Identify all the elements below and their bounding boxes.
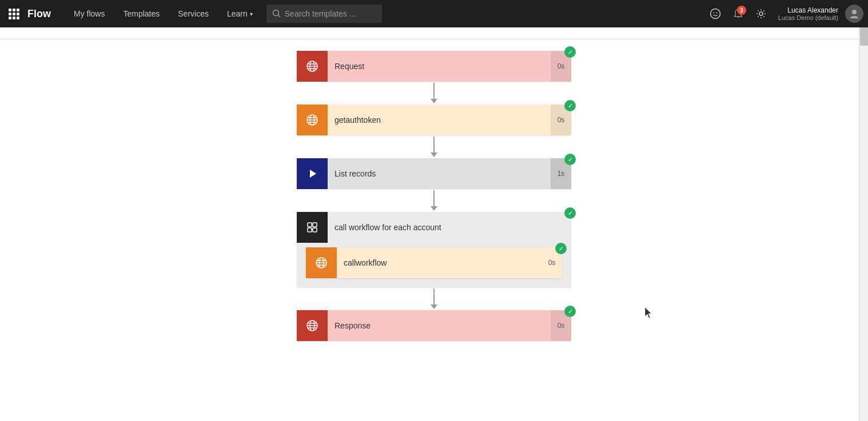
svg-rect-0	[9, 9, 11, 11]
getauth-label: getauthtoken	[328, 115, 551, 125]
arrow-1	[431, 82, 437, 105]
nav-links: My flows Templates Services Learn ▾	[65, 0, 262, 27]
svg-rect-1	[13, 9, 15, 11]
nav-services[interactable]: Services	[169, 0, 218, 27]
svg-line-10	[278, 15, 280, 18]
arrow-4	[431, 287, 437, 310]
grid-icon[interactable]	[5, 5, 23, 23]
getauth-icon	[297, 105, 328, 135]
scrollbar[interactable]	[859, 0, 868, 421]
step-response[interactable]: Response 0s ✓	[297, 310, 571, 341]
svg-point-12	[713, 13, 714, 14]
svg-rect-3	[9, 13, 11, 15]
separator	[0, 39, 868, 39]
svg-rect-5	[17, 13, 19, 15]
loop-check: ✓	[564, 207, 576, 219]
step-request[interactable]: Request 0s ✓	[297, 51, 571, 82]
callworkflow-label: callworkflow	[337, 247, 541, 278]
loop-icon	[297, 212, 328, 243]
navbar: Flow My flows Templates Services Learn ▾	[0, 0, 868, 27]
svg-rect-7	[13, 17, 15, 19]
settings-icon[interactable]	[751, 3, 771, 24]
svg-point-9	[273, 10, 278, 16]
notifications-icon[interactable]: 3	[728, 3, 748, 24]
svg-marker-26	[310, 170, 316, 178]
cursor	[645, 307, 653, 321]
listrecords-icon	[297, 158, 328, 189]
listrecords-label: List records	[328, 169, 551, 178]
app-brand[interactable]: Flow	[27, 8, 51, 20]
callworkflow-icon	[306, 247, 337, 278]
flow-diagram: Request 0s ✓ getauthtoken 0s ✓	[297, 51, 571, 341]
nav-my-flows[interactable]: My flows	[65, 0, 114, 27]
search-bar[interactable]	[266, 5, 382, 23]
emoji-icon[interactable]	[705, 3, 726, 24]
notification-badge: 3	[737, 6, 746, 15]
response-icon	[297, 310, 328, 341]
arrow-3	[431, 189, 437, 212]
loop-inner: callworkflow 0s ✓	[306, 247, 562, 278]
svg-rect-6	[9, 17, 11, 19]
svg-rect-28	[313, 223, 317, 227]
callworkflow-check: ✓	[555, 243, 567, 254]
request-check: ✓	[564, 46, 576, 58]
arrow-2	[431, 135, 437, 158]
listrecords-check: ✓	[564, 154, 576, 165]
request-label: Request	[328, 62, 551, 71]
svg-point-13	[716, 13, 717, 14]
chevron-down-icon: ▾	[250, 11, 253, 17]
nav-learn[interactable]: Learn ▾	[218, 0, 262, 27]
response-check: ✓	[564, 306, 576, 317]
svg-rect-29	[308, 228, 312, 232]
svg-rect-8	[17, 17, 19, 19]
main-content: Request 0s ✓ getauthtoken 0s ✓	[0, 27, 868, 421]
loop-container[interactable]: call workflow for each account ✓	[297, 212, 571, 287]
step-callworkflow[interactable]: callworkflow 0s ✓	[306, 247, 562, 278]
getauth-check: ✓	[564, 100, 576, 111]
svg-rect-2	[17, 9, 19, 11]
svg-rect-30	[313, 228, 317, 232]
request-icon	[297, 51, 328, 82]
step-listrecords[interactable]: List records 1s ✓	[297, 158, 571, 189]
user-info[interactable]: Lucas Alexander Lucas Demo (default)	[778, 6, 838, 21]
svg-point-11	[710, 9, 720, 19]
nav-templates[interactable]: Templates	[114, 0, 169, 27]
svg-point-14	[759, 12, 763, 15]
loop-header[interactable]: call workflow for each account	[297, 212, 571, 243]
loop-label: call workflow for each account	[328, 223, 571, 232]
response-label: Response	[328, 321, 551, 330]
nav-right: 3 Lucas Alexander Lucas Demo (default)	[705, 3, 863, 24]
svg-rect-4	[13, 13, 15, 15]
search-icon	[272, 9, 281, 18]
svg-point-15	[852, 10, 857, 14]
search-input[interactable]	[285, 9, 376, 18]
user-avatar[interactable]	[845, 5, 863, 23]
step-getauthtoken[interactable]: getauthtoken 0s ✓	[297, 105, 571, 135]
svg-rect-27	[308, 223, 312, 227]
